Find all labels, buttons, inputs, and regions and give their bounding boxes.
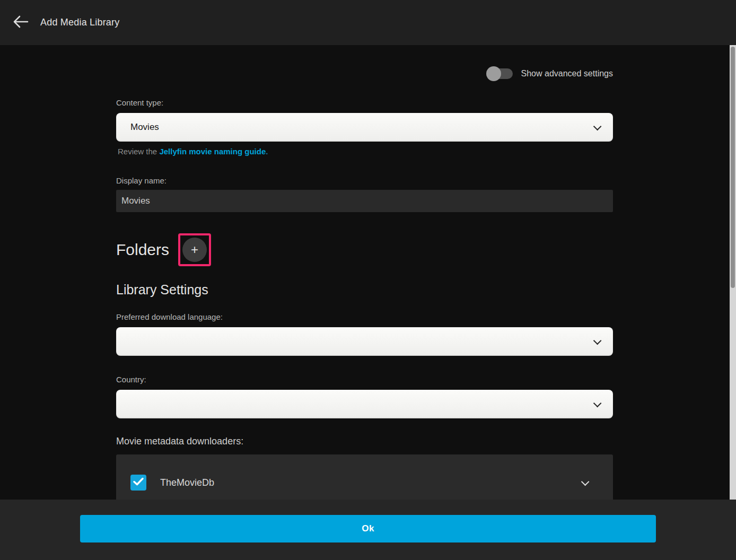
- library-settings-heading: Library Settings: [116, 282, 208, 298]
- country-select[interactable]: [116, 390, 613, 418]
- checkmark-icon: [133, 477, 144, 488]
- metadata-downloader-name: TheMovieDb: [160, 477, 581, 488]
- hint-prefix: Review the: [118, 147, 159, 156]
- preferred-download-language-label: Preferred download language:: [116, 312, 223, 321]
- preferred-download-language-select[interactable]: [116, 327, 613, 356]
- metadata-downloader-item[interactable]: TheMovieDb: [116, 475, 613, 491]
- content-type-select[interactable]: Movies: [116, 113, 613, 142]
- folders-row: Folders +: [116, 233, 211, 266]
- advanced-settings-label: Show advanced settings: [521, 69, 613, 78]
- chevron-down-icon: [593, 122, 602, 130]
- metadata-downloaders-panel: TheMovieDb: [116, 454, 613, 500]
- chevron-down-icon: [593, 399, 602, 407]
- country-label: Country:: [116, 375, 146, 384]
- naming-hint: Review the Jellyfin movie naming guide.: [118, 147, 268, 156]
- page-title: Add Media Library: [40, 17, 119, 28]
- hint-suffix: .: [266, 147, 268, 156]
- advanced-settings-toggle[interactable]: [487, 68, 513, 79]
- arrow-left-icon: [13, 15, 29, 30]
- back-button[interactable]: [7, 10, 34, 36]
- add-folder-circle: +: [182, 238, 207, 262]
- plus-icon: +: [191, 243, 198, 256]
- display-name-label: Display name:: [116, 176, 167, 185]
- add-folder-button[interactable]: +: [178, 233, 211, 266]
- folders-heading: Folders: [116, 241, 169, 259]
- content-type-value: Movies: [130, 122, 593, 133]
- display-name-input[interactable]: [116, 190, 613, 212]
- header: Add Media Library: [0, 0, 736, 45]
- chevron-down-icon[interactable]: [581, 477, 590, 486]
- scrollbar-thumb[interactable]: [731, 47, 735, 288]
- chevron-down-icon: [593, 336, 602, 345]
- add-library-form: Show advanced settings Content type: Mov…: [116, 45, 613, 500]
- content-type-label: Content type:: [116, 98, 163, 107]
- ok-button[interactable]: Ok: [80, 515, 656, 542]
- advanced-settings-row: Show advanced settings: [487, 66, 613, 81]
- scrollbar-track[interactable]: [730, 45, 736, 500]
- toggle-knob: [486, 66, 501, 81]
- footer: Ok: [0, 500, 736, 560]
- themoviedb-checkbox[interactable]: [130, 475, 146, 491]
- metadata-downloaders-label: Movie metadata downloaders:: [116, 436, 243, 447]
- naming-guide-link[interactable]: Jellyfin movie naming guide: [159, 147, 266, 156]
